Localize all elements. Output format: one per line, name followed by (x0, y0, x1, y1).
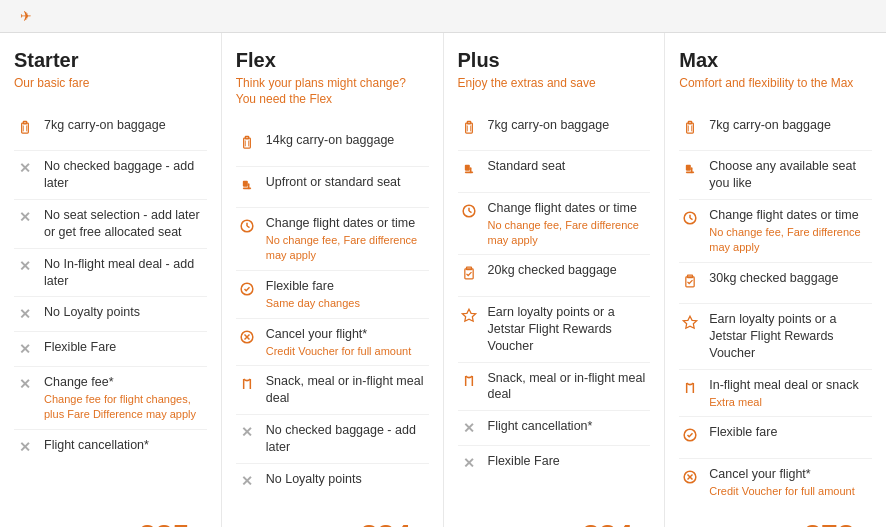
fare-items: 7kg carry-on baggage ✕ No checked baggag… (14, 110, 207, 464)
fare-item: ✕ Flexible Fare (14, 332, 207, 367)
fare-item: ✕ Change fee*Change fee for flight chang… (14, 367, 207, 430)
meal-icon (459, 371, 479, 391)
svg-line-29 (469, 211, 472, 213)
svg-rect-0 (22, 123, 29, 133)
price-whole: 334 (361, 518, 411, 527)
meal-icon (680, 378, 700, 398)
cancel-icon (680, 467, 700, 487)
fare-desc: Our basic fare (14, 76, 207, 92)
svg-rect-10 (248, 183, 250, 189)
clock-icon (680, 208, 700, 228)
item-text: Cancel your flight*Credit Voucher for fu… (709, 466, 872, 499)
price-area: $33400 (353, 518, 426, 527)
cross-icon: ✕ (14, 159, 36, 178)
cross-icon: ✕ (14, 340, 36, 359)
item-text: 7kg carry-on baggage (488, 117, 651, 134)
svg-rect-26 (469, 168, 471, 174)
seat-icon (459, 159, 479, 179)
luggage-icon (236, 133, 258, 159)
fare-desc: Comfort and flexibility to the Max (679, 76, 872, 92)
luggage-icon (237, 133, 257, 153)
cancel-icon (237, 327, 257, 347)
fare-name: Plus (458, 49, 651, 72)
item-subtext: No change fee, Fare difference may apply (266, 233, 429, 263)
clock-icon (679, 208, 701, 234)
item-text: Upfront or standard seat (266, 174, 429, 191)
item-text: No seat selection - add later or get fre… (44, 207, 207, 241)
fare-card-max: Max Comfort and flexibility to the Max 7… (665, 33, 886, 527)
price-area: $37300 (797, 518, 870, 527)
fare-item: Change flight dates or timeNo change fee… (679, 200, 872, 263)
item-text: Flexible fare (709, 424, 872, 441)
loyalty-icon (680, 312, 700, 332)
cancel-icon (236, 327, 258, 353)
price-area: $23500 (131, 518, 204, 527)
fare-item: ✕ Flight cancellation* (14, 430, 207, 464)
fare-card-flex: Flex Think your plans might change? You … (222, 33, 443, 527)
item-subtext: Credit Voucher for full amount (266, 344, 429, 359)
fare-item: Change flight dates or timeNo change fee… (458, 193, 651, 256)
plane-icon: ✈ (20, 8, 32, 24)
cross-icon: ✕ (14, 375, 36, 394)
price-whole: 373 (804, 518, 854, 527)
svg-rect-24 (464, 165, 469, 171)
fare-item: Earn loyalty points or a Jetstar Flight … (679, 304, 872, 370)
item-text: Flexible Fare (488, 453, 651, 470)
fare-desc: Think your plans might change? You need … (236, 76, 429, 107)
svg-rect-25 (464, 172, 472, 174)
fare-item: 7kg carry-on baggage (14, 110, 207, 152)
fare-item: ✕ Flexible Fare (458, 446, 651, 480)
meal-icon (237, 374, 257, 394)
item-text: No In-flight meal deal - add later (44, 256, 207, 290)
cancel-icon (679, 467, 701, 493)
checked-bag-icon (459, 263, 479, 283)
item-subtext: Credit Voucher for full amount (709, 484, 872, 499)
item-text: Flight cancellation* (488, 418, 651, 435)
svg-rect-39 (686, 172, 694, 174)
fare-card-plus: Plus Enjoy the extras and save 7kg carry… (444, 33, 665, 527)
fare-item: Flexible fare (679, 417, 872, 459)
fare-item: ✕ Flight cancellation* (458, 411, 651, 446)
seat-icon (237, 175, 257, 195)
luggage-icon (459, 118, 479, 138)
fare-item: Standard seat (458, 151, 651, 193)
svg-rect-8 (243, 181, 248, 187)
fare-grid: Starter Our basic fare 7kg carry-on bagg… (0, 33, 886, 527)
fare-items: 7kg carry-on baggage Standard seat Chang… (458, 110, 651, 481)
fare-item: 7kg carry-on baggage (679, 110, 872, 152)
luggage-icon (15, 118, 35, 138)
item-subtext: No change fee, Fare difference may apply (709, 225, 872, 255)
item-text: Standard seat (488, 158, 651, 175)
item-text: No checked baggage - add later (44, 158, 207, 192)
price-area: $33400 (575, 518, 648, 527)
item-text: Change flight dates or timeNo change fee… (266, 215, 429, 263)
fare-desc: Enjoy the extras and save (458, 76, 651, 92)
fare-item: 30kg checked baggage (679, 263, 872, 305)
fare-item: ✕ No seat selection - add later or get f… (14, 200, 207, 249)
svg-rect-20 (465, 123, 472, 133)
fare-item: Upfront or standard seat (236, 167, 429, 209)
loyalty-icon (679, 312, 701, 338)
luggage-icon (458, 118, 480, 144)
luggage-icon (679, 118, 701, 144)
fare-item: Cancel your flight*Credit Voucher for fu… (679, 459, 872, 506)
svg-rect-9 (243, 187, 251, 189)
seat-icon (236, 175, 258, 201)
cross-icon: ✕ (14, 257, 36, 276)
fare-item: 20kg checked baggage (458, 255, 651, 297)
fare-item: 7kg carry-on baggage (458, 110, 651, 152)
item-subtext: No change fee, Fare difference may apply (488, 218, 651, 248)
item-text: 7kg carry-on baggage (709, 117, 872, 134)
checked-bag-icon (679, 271, 701, 297)
flexible-icon (680, 425, 700, 445)
item-text: Flexible fareSame day changes (266, 278, 429, 311)
fare-name: Flex (236, 49, 429, 72)
fare-item: ✕ No checked baggage - add later (236, 415, 429, 464)
item-text: In-flight meal deal or snackExtra meal (709, 377, 872, 410)
clock-icon (236, 216, 258, 242)
clock-icon (237, 216, 257, 236)
fare-card-starter: Starter Our basic fare 7kg carry-on bagg… (0, 33, 221, 527)
luggage-icon (14, 118, 36, 144)
fare-item: ✕ No checked baggage - add later (14, 151, 207, 200)
fare-item: 14kg carry-on baggage (236, 125, 429, 167)
